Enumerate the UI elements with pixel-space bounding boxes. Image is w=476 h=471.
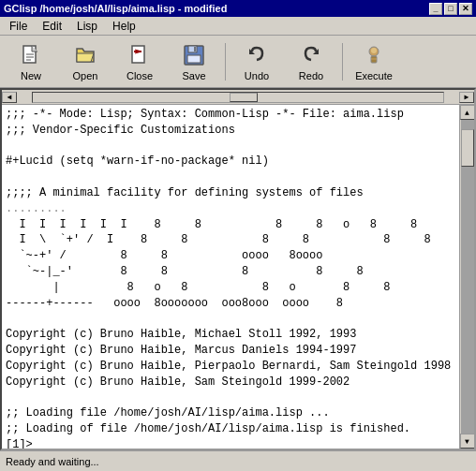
undo-button[interactable]: Undo (231, 39, 282, 84)
svg-rect-10 (187, 55, 201, 63)
undo-icon-svg (245, 44, 268, 66)
undo-label: Undo (245, 70, 269, 81)
maximize-button[interactable]: □ (444, 3, 457, 15)
new-icon (18, 42, 44, 68)
hscroll-track[interactable] (32, 92, 444, 103)
save-icon-svg (183, 44, 205, 66)
titlebar-title: GClisp /home/josh/AI/lisp/aima.lisp - mo… (4, 3, 227, 14)
menu-lisp[interactable]: Lisp (69, 18, 105, 35)
open-button[interactable]: Open (60, 39, 111, 84)
redo-label: Redo (299, 70, 323, 81)
close-label: Close (126, 70, 153, 81)
svg-point-15 (371, 48, 377, 53)
text-area: ;;; -*- Mode: Lisp; Syntax: Common-Lisp … (2, 105, 474, 449)
save-button[interactable]: Save (169, 39, 219, 84)
vscroll-track[interactable] (461, 120, 474, 434)
new-icon-svg (20, 44, 42, 66)
toolbar-separator-1 (225, 43, 226, 81)
vscroll-down-arrow[interactable]: ▼ (460, 434, 475, 449)
close-button-tb[interactable]: Close (114, 39, 165, 84)
open-icon-svg (74, 44, 97, 66)
titlebar: GClisp /home/josh/AI/lisp/aima.lisp - mo… (0, 0, 476, 17)
vertical-scrollbar[interactable]: ▲ ▼ (459, 105, 474, 449)
hscroll-thumb[interactable] (230, 93, 258, 102)
new-label: New (21, 70, 41, 81)
execute-icon-svg (363, 44, 385, 66)
execute-label: Execute (355, 70, 393, 81)
status-text: Ready and waiting... (6, 456, 99, 467)
undo-icon (244, 42, 270, 68)
menu-file[interactable]: File (2, 18, 35, 35)
execute-button[interactable]: Execute (349, 39, 399, 84)
close-icon (126, 42, 153, 68)
execute-icon (361, 42, 387, 68)
editor-text[interactable]: ;;; -*- Mode: Lisp; Syntax: Common-Lisp … (2, 105, 459, 449)
menubar: File Edit Lisp Help (0, 17, 476, 36)
statusbar: Ready and waiting... (0, 450, 476, 471)
svg-rect-4 (132, 46, 144, 63)
save-icon (181, 42, 207, 68)
redo-icon-svg (300, 44, 322, 66)
hscroll-right-arrow[interactable]: ▶ (459, 92, 474, 103)
new-button[interactable]: New (6, 39, 56, 84)
redo-button[interactable]: Redo (286, 39, 336, 84)
open-icon (72, 42, 98, 68)
close-icon-svg (128, 44, 151, 66)
titlebar-controls: _ □ ✕ (429, 3, 472, 15)
menu-help[interactable]: Help (105, 18, 143, 35)
save-label: Save (182, 70, 205, 81)
menu-edit[interactable]: Edit (35, 18, 69, 35)
open-label: Open (73, 70, 98, 81)
vscroll-thumb[interactable] (461, 129, 474, 167)
editor-container: ◀ ▶ ;;; -*- Mode: Lisp; Syntax: Common-L… (0, 88, 476, 450)
toolbar-separator-2 (342, 43, 343, 81)
redo-icon (298, 42, 324, 68)
close-button[interactable]: ✕ (459, 3, 472, 15)
minimize-button[interactable]: _ (429, 3, 442, 15)
vscroll-up-arrow[interactable]: ▲ (460, 105, 475, 120)
horizontal-scrollbar[interactable]: ◀ ▶ (2, 90, 474, 105)
toolbar: New Open Close (0, 36, 476, 88)
hscroll-left-arrow[interactable]: ◀ (2, 92, 17, 103)
